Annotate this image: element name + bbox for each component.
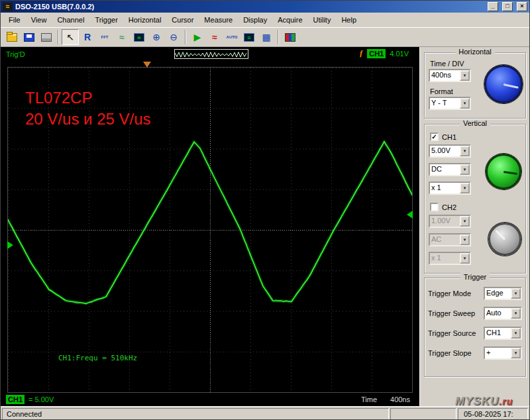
scope-screen[interactable]: TL072CP 20 V/us и 25 V/us CH1:Frequ = 51… <box>7 67 413 393</box>
ch2-volts-select[interactable]: 1.00V▼ <box>429 215 471 228</box>
toolbar-separator <box>278 30 279 44</box>
help-books-icon <box>285 33 295 42</box>
trigger-level-marker[interactable] <box>407 211 413 219</box>
fft-button[interactable]: FFT <box>96 29 113 45</box>
scope-column: Trig'D ƒ CH1 4.01V TL072CP 20 V/us и 25 … <box>1 47 419 406</box>
help-books-button[interactable] <box>282 29 299 45</box>
run-button[interactable]: ▶ <box>189 29 206 45</box>
ch2-probe-select[interactable]: x 1▼ <box>429 252 471 265</box>
menu-utility[interactable]: Utility <box>308 14 337 26</box>
red-wave-button[interactable]: ≈ <box>206 29 223 45</box>
trigger-rows: Trigger ModeEdge▼Trigger SweepAuto▼Trigg… <box>425 284 525 363</box>
menu-measure[interactable]: Measure <box>199 14 238 26</box>
format-label: Format <box>430 87 453 95</box>
status-bar: Connected 05-08-2025 17: <box>1 406 529 420</box>
trigger-sweep-label: Trigger Sweep <box>428 309 484 317</box>
horizontal-knob[interactable] <box>484 65 523 103</box>
save-button[interactable] <box>21 29 38 45</box>
ch1-volts-per-div: = 5.00V <box>28 395 54 403</box>
menu-help[interactable]: Help <box>336 14 362 26</box>
menu-display[interactable]: Display <box>238 14 272 26</box>
ch1-ground-marker[interactable] <box>7 241 13 249</box>
menu-cursor[interactable]: Cursor <box>166 14 199 26</box>
app-icon: ≈ <box>3 3 13 11</box>
menu-acquire[interactable]: Acquire <box>272 14 307 26</box>
title-bar[interactable]: ≈ DSO-2150 USB(7.0.0.2) _ □ × <box>1 1 529 13</box>
trigger-mode-select[interactable]: Edge▼ <box>484 287 522 300</box>
chevron-down-icon[interactable]: ▼ <box>460 183 470 193</box>
ch1-probe-select[interactable]: x 1▼ <box>429 182 471 195</box>
menu-bar: FileViewChannelTriggerHorizontalCursorMe… <box>1 13 529 27</box>
trigger-freq-icon: ƒ <box>359 48 363 58</box>
window-title: DSO-2150 USB(7.0.0.2) <box>15 3 484 11</box>
menu-trigger[interactable]: Trigger <box>89 14 123 26</box>
time-per-div: 400ns <box>390 395 410 403</box>
run-icon: ▶ <box>194 32 201 42</box>
toolbar-separator <box>58 30 59 44</box>
xy-display-icon: ≈ <box>134 33 144 42</box>
ch1-position-knob[interactable] <box>486 154 521 189</box>
display-crt-button[interactable]: ≡ <box>240 29 258 45</box>
cursor-tool-button[interactable]: ↖ <box>62 29 79 45</box>
trigger-source-select[interactable]: CH1▼ <box>484 327 522 340</box>
maximize-button[interactable]: □ <box>502 2 513 11</box>
time-div-select[interactable]: 400ns▼ <box>429 69 471 82</box>
ch1-coupling-select[interactable]: DC▼ <box>429 163 471 176</box>
xy-display-button[interactable]: ≈ <box>131 29 148 45</box>
ch2-position-knob[interactable] <box>488 223 521 256</box>
chevron-down-icon[interactable]: ▼ <box>460 146 470 156</box>
minimize-button[interactable]: _ <box>488 2 498 11</box>
chevron-down-icon[interactable]: ▼ <box>460 70 470 81</box>
app-window: ≈ DSO-2150 USB(7.0.0.2) _ □ × FileViewCh… <box>0 0 530 420</box>
waveform-preview[interactable] <box>174 49 248 59</box>
toolbar: ↖RFFT≈≈⊕⊖▶≈AUTO≡▦ <box>1 27 529 47</box>
select-r-tool-button[interactable]: R <box>79 29 96 45</box>
scope-bottom-bar: CH1 = 5.00V Time 400ns <box>1 393 419 406</box>
ch2-label: CH2 <box>442 203 456 211</box>
chevron-down-icon[interactable]: ▼ <box>460 235 470 245</box>
ch1-checkbox[interactable]: ✓ <box>430 132 439 141</box>
chevron-down-icon[interactable]: ▼ <box>511 328 521 339</box>
trigger-slope-select[interactable]: +▼ <box>484 346 522 360</box>
menu-channel[interactable]: Channel <box>52 14 89 26</box>
print-icon <box>41 33 52 42</box>
trigger-sweep-select[interactable]: Auto▼ <box>484 307 522 320</box>
chevron-down-icon[interactable]: ▼ <box>511 348 521 358</box>
horizontal-group: Horizontal Time / DIV 400ns▼ Format Y - … <box>424 52 526 119</box>
chevron-down-icon[interactable]: ▼ <box>460 98 470 109</box>
auto-range-button[interactable]: AUTO <box>223 29 240 45</box>
ch1-label: CH1 <box>442 133 456 141</box>
menu-view[interactable]: View <box>26 14 52 26</box>
print-button[interactable] <box>38 29 55 45</box>
zoom-in-button[interactable]: ⊕ <box>148 29 165 45</box>
open-button[interactable] <box>3 29 21 45</box>
auto-range-icon: AUTO <box>227 35 238 39</box>
select-r-tool-icon: R <box>84 32 91 42</box>
open-icon <box>7 33 17 42</box>
close-button[interactable]: × <box>517 2 527 11</box>
chevron-down-icon[interactable]: ▼ <box>511 308 521 319</box>
chevron-down-icon[interactable]: ▼ <box>460 164 470 175</box>
time-label: Time <box>361 395 377 403</box>
ch1-volts-select[interactable]: 5.00V▼ <box>429 144 471 158</box>
menu-file[interactable]: File <box>3 14 26 26</box>
panel-grid-button[interactable]: ▦ <box>258 29 275 45</box>
ch2-coupling-select[interactable]: AC▼ <box>429 233 471 246</box>
zoom-out-button[interactable]: ⊖ <box>165 29 182 45</box>
menu-horizontal[interactable]: Horizontal <box>123 14 167 26</box>
math-wave-button[interactable]: ≈ <box>113 29 131 45</box>
chevron-down-icon[interactable]: ▼ <box>460 253 470 264</box>
chevron-down-icon[interactable]: ▼ <box>511 288 521 299</box>
trigger-position-marker[interactable] <box>143 62 151 68</box>
combo-value: x 1 <box>430 183 460 193</box>
format-select[interactable]: Y - T▼ <box>429 97 471 110</box>
ch1-row: ✓ CH1 <box>430 132 456 141</box>
chevron-down-icon[interactable]: ▼ <box>460 216 470 227</box>
trigger-level-value: 4.01V <box>390 50 409 58</box>
trigger-group: Trigger Trigger ModeEdge▼Trigger SweepAu… <box>424 278 526 377</box>
ch2-checkbox[interactable] <box>430 203 439 211</box>
ch2-row: CH2 <box>430 203 456 211</box>
combo-value: 1.00V <box>430 216 460 227</box>
preview-waveform-icon <box>175 50 248 59</box>
math-wave-icon: ≈ <box>119 32 125 42</box>
